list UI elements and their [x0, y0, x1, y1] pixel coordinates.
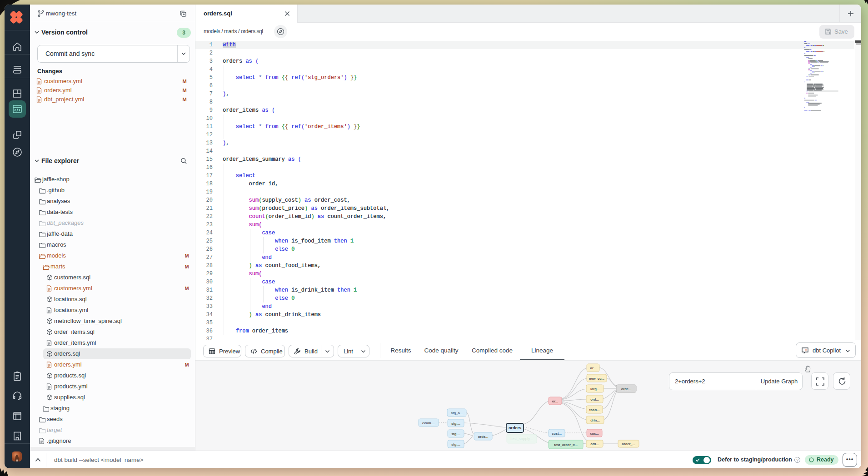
svg-text:drin...: drin...: [590, 418, 599, 422]
svg-text:cus...: cus...: [590, 431, 599, 436]
svg-text:test_order_it...: test_order_it...: [554, 443, 578, 447]
svg-text:ord...: ord...: [590, 442, 599, 446]
svg-text:or...: or...: [552, 399, 558, 403]
svg-text:food...: food...: [589, 408, 600, 412]
svg-text:ecom....: ecom....: [422, 421, 435, 425]
svg-text:stg....: stg....: [451, 421, 460, 426]
svg-text:new_cu...: new_cu...: [589, 377, 604, 381]
svg-text:orders: orders: [509, 426, 521, 430]
svg-text:test_supply...: test_supply...: [510, 436, 533, 441]
svg-text:ord...: ord...: [590, 397, 599, 402]
svg-text:or...: or...: [590, 366, 596, 370]
svg-text:larg...: larg...: [590, 387, 599, 391]
svg-text:cust...: cust...: [552, 431, 562, 436]
svg-text:order_...: order_...: [622, 442, 635, 446]
svg-text:stg_o...: stg_o...: [451, 411, 463, 415]
svg-text:stg....: stg....: [451, 432, 460, 436]
svg-text:orde...: orde...: [621, 387, 632, 391]
svg-text:stg....: stg....: [451, 442, 460, 446]
svg-text:orde...: orde...: [478, 435, 489, 439]
